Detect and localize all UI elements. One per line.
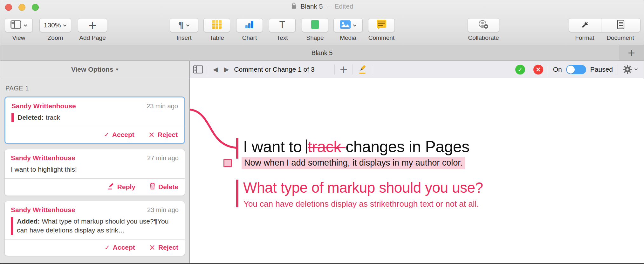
document-label: Document <box>601 34 640 41</box>
tracking-options-button[interactable] <box>623 65 638 74</box>
view-panels-icon <box>10 20 21 30</box>
separator <box>208 64 208 75</box>
check-icon: ✓ <box>104 132 109 138</box>
toolbar-item-table: Table <box>202 18 231 41</box>
accept-button[interactable]: ✓ Accept <box>104 131 134 139</box>
document-heading-2[interactable]: What type of markup should you use? <box>243 179 483 196</box>
change-card-deleted[interactable]: Sandy Writtenhouse 23 min ago Deleted: t… <box>4 96 185 144</box>
delete-button[interactable]: Delete <box>149 182 178 191</box>
card-body: Added: What type of markup should you us… <box>11 217 179 234</box>
collaborate-button[interactable] <box>468 18 499 32</box>
x-icon: × <box>149 244 155 251</box>
x-icon: × <box>148 131 155 139</box>
comment-highlight-marker[interactable] <box>223 159 232 167</box>
tracking-paused-label: Paused <box>590 66 613 73</box>
gear-icon <box>623 65 632 74</box>
timestamp: 23 min ago <box>147 103 178 110</box>
table-icon <box>212 20 222 30</box>
toolbar-item-chart: Chart <box>235 18 264 41</box>
insert-button[interactable]: ¶ <box>170 18 198 32</box>
plus-icon: + <box>88 20 97 31</box>
media-button[interactable] <box>333 18 363 32</box>
change-type-label: Added: <box>17 218 40 225</box>
text-tool-icon: T <box>279 19 285 31</box>
chart-label: Chart <box>242 34 257 41</box>
window-chrome: Blank 5 — Edited <box>0 0 644 45</box>
toolbar-item-comment: Comment <box>367 18 396 41</box>
pilcrow-icon: ¶ <box>178 20 184 31</box>
author-name: Sandy Writtenhouse <box>11 102 76 110</box>
comments-list: PAGE 1 Sandy Writtenhouse 23 min ago Del… <box>0 78 189 263</box>
card-actions: ✓ Accept × Reject <box>5 127 184 143</box>
separator <box>353 64 353 75</box>
highlighted-sentence[interactable]: Now when I add something, it displays in… <box>242 157 465 169</box>
reject-label: Reject <box>158 244 178 251</box>
accept-button[interactable]: ✓ Accept <box>105 244 135 251</box>
change-card-added[interactable]: Sandy Writtenhouse 23 min ago Added: Wha… <box>4 201 185 256</box>
card-header: Sandy Writtenhouse 23 min ago <box>5 97 184 110</box>
reply-label: Reply <box>117 183 135 191</box>
document-button[interactable] <box>601 18 640 32</box>
next-change-button[interactable]: ▶ <box>224 66 229 73</box>
text-cursor <box>306 139 307 153</box>
tab-blank-5[interactable]: Blank 5 <box>312 49 333 57</box>
chevron-down-icon <box>24 22 27 28</box>
view-options-label: View Options <box>71 66 113 73</box>
document-title: Blank 5 <box>300 3 323 10</box>
chart-button[interactable] <box>236 18 263 32</box>
caret-down-icon: ▾ <box>116 67 119 72</box>
view-button[interactable] <box>5 18 33 32</box>
timestamp: 23 min ago <box>147 206 179 214</box>
author-name: Sandy Writtenhouse <box>11 206 75 214</box>
plus-icon: + <box>627 48 635 58</box>
document-canvas[interactable]: I want to track changes in Pages Now whe… <box>190 78 644 263</box>
view-options-dropdown[interactable]: View Options ▾ <box>0 61 189 78</box>
comments-sidebar: View Options ▾ PAGE 1 Sandy Writtenhouse… <box>0 61 190 263</box>
shape-button[interactable] <box>302 18 328 32</box>
table-label: Table <box>209 34 224 41</box>
toolbar-item-insert: ¶ Insert <box>170 18 198 41</box>
change-text: What type of markup should you use?¶You … <box>17 218 168 234</box>
track-changes-bar: ◀ ▶ Comment or Change 1 of 3 + <box>190 61 644 78</box>
change-bar-heading1[interactable] <box>236 138 238 159</box>
toolbar-item-text: T Text <box>268 18 297 41</box>
add-comment-button[interactable]: + <box>339 64 348 75</box>
card-actions: ✓ Accept × Reject <box>5 239 185 256</box>
table-button[interactable] <box>203 18 230 32</box>
reject-all-button[interactable]: × <box>533 65 543 75</box>
tracking-pause-toggle[interactable] <box>566 65 586 74</box>
accept-label: Accept <box>112 131 134 139</box>
new-tab-button[interactable]: + <box>619 45 644 61</box>
change-text: track <box>44 114 60 121</box>
format-button[interactable] <box>569 18 601 32</box>
inspector-segmented-control <box>569 18 641 32</box>
previous-change-button[interactable]: ◀ <box>213 66 218 73</box>
shape-label: Shape <box>306 34 324 41</box>
reject-button[interactable]: × Reject <box>148 131 178 139</box>
change-bar-heading2[interactable] <box>236 180 238 207</box>
toolbar-item-media: Media <box>333 18 363 41</box>
toolbar-format-document-group: Format Document <box>569 18 641 41</box>
card-body: Deleted: track <box>11 113 178 122</box>
add-page-label: Add Page <box>79 34 106 41</box>
card-body: I want to highlight this! <box>11 165 179 174</box>
inspector-labels: Format Document <box>569 32 641 41</box>
separator <box>618 64 618 75</box>
text-button[interactable]: T <box>269 18 296 32</box>
window-bottom-edge <box>0 263 644 264</box>
accept-all-button[interactable]: ✓ <box>515 65 525 75</box>
reject-button[interactable]: × Reject <box>149 244 178 251</box>
toggle-sidebar-button[interactable] <box>193 65 203 74</box>
format-brush-icon <box>580 20 590 31</box>
comment-button[interactable] <box>368 18 395 32</box>
comment-card[interactable]: Sandy Writtenhouse 27 min ago I want to … <box>4 149 185 196</box>
zoom-dropdown[interactable]: 130% <box>39 18 71 32</box>
comment-text: I want to highlight this! <box>11 166 77 173</box>
document-heading-1[interactable]: I want to track changes in Pages <box>243 138 469 156</box>
add-page-button[interactable]: + <box>78 18 107 32</box>
reply-button[interactable]: Reply <box>107 182 135 191</box>
media-photo-icon <box>340 20 351 30</box>
chevron-down-icon <box>63 22 67 28</box>
highlighter-button[interactable] <box>358 65 367 74</box>
document-subheading-2[interactable]: You can have deletions display as strike… <box>243 199 479 209</box>
